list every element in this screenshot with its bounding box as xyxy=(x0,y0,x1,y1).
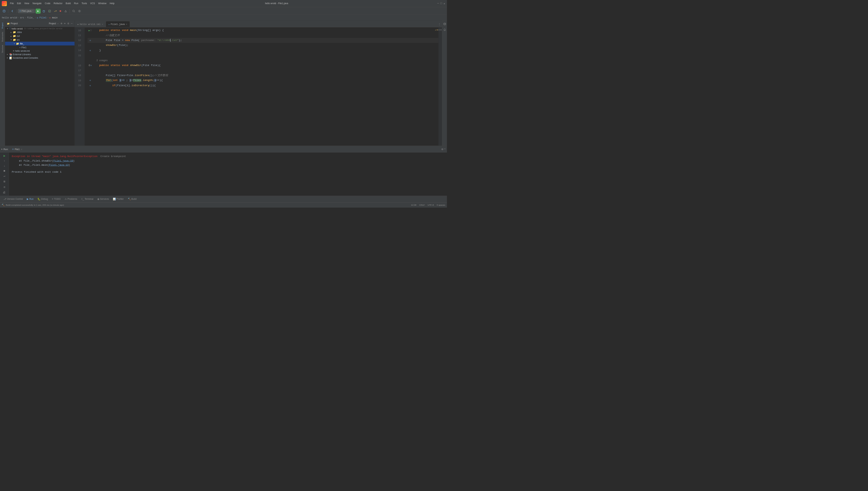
menu-vcs[interactable]: VCS xyxy=(89,2,96,5)
footer-tab-problems[interactable]: ⚠ Problems xyxy=(63,197,79,201)
menu-tools[interactable]: Tools xyxy=(80,2,89,5)
coverage-button[interactable] xyxy=(47,9,52,13)
code-editor[interactable]: 10 11 12 13 14 15 · 16 17 18 19 20 ▶ ⬡ xyxy=(75,27,442,146)
footer-tab-profiler[interactable]: 📊 Profiler xyxy=(112,197,125,201)
project-settings-button[interactable]: ⚙ xyxy=(67,22,69,26)
breadcrumb-file_[interactable]: file_ xyxy=(27,16,34,19)
tree-item-file1[interactable]: ☕ File1 xyxy=(5,46,74,49)
run-tab-close[interactable]: ✕ xyxy=(21,148,22,151)
menu-code[interactable]: Code xyxy=(43,2,52,5)
tab-file1-close[interactable]: ✕ xyxy=(126,23,127,26)
run-clear-button[interactable]: ⊘ xyxy=(3,185,6,189)
vcs-update-button[interactable] xyxy=(1,9,7,13)
arrow-hello-wrold: ▼ xyxy=(7,28,9,30)
run-minimize-button[interactable]: ─ xyxy=(444,147,445,151)
run-trash-button[interactable]: 🗑 xyxy=(2,195,6,196)
tree-item-ext-libs[interactable]: ▶ 📚 External Libraries xyxy=(5,52,74,56)
footer-tab-terminal[interactable]: >_ Terminal xyxy=(80,197,95,201)
run-restart-button[interactable]: ▶ xyxy=(3,154,6,158)
database-sidebar-button[interactable] xyxy=(442,22,447,27)
project-tree: ▼ □ hello wrold D:\idea_java_project\hel… xyxy=(5,27,74,146)
menu-file[interactable]: File xyxy=(9,2,15,5)
run-button[interactable]: ▶ xyxy=(35,8,40,13)
footer-tab-debug[interactable]: 🐛 Debug xyxy=(36,197,49,201)
tree-item-hello-wrold[interactable]: ▼ □ hello wrold D:\idea_java_project\hel… xyxy=(5,27,74,30)
file1-java-19-link[interactable]: File1.java:19 xyxy=(54,159,73,162)
menu-view[interactable]: View xyxy=(23,2,31,5)
create-breakpoint-link[interactable]: Create breakpoint xyxy=(100,155,126,158)
notifications-sidebar-button[interactable] xyxy=(442,27,447,32)
breadcrumb-project[interactable]: hello wrold xyxy=(2,16,17,19)
project-minimize-button[interactable]: ─ xyxy=(71,22,73,25)
minimize-button[interactable]: ─ xyxy=(437,2,439,5)
project-add-button[interactable]: ⊕ xyxy=(60,22,63,26)
run-print-button[interactable]: 🖨 xyxy=(2,190,6,195)
warning-count: ⚠ 5 ∧ ∨ xyxy=(435,28,442,31)
tree-item-iml[interactable]: ◈ hello wrold.iml xyxy=(5,49,74,52)
debug-label: Debug xyxy=(41,198,48,201)
run-tab-file1[interactable]: ◎ File1 ✕ xyxy=(10,146,25,152)
run-scroll-down-button[interactable]: ↓ xyxy=(3,164,6,168)
close-button[interactable]: ✕ xyxy=(443,2,445,5)
arrow-ext-libs: ▶ xyxy=(7,53,9,55)
run-pin-button[interactable]: ⊞ xyxy=(3,179,6,184)
tree-item-file_[interactable]: ▼ 📁 file_ xyxy=(5,42,74,46)
breadcrumb-file1[interactable]: ◎ File1 xyxy=(37,16,47,19)
main-layout: Project Bookmarks Structure 📁 Project Pr… xyxy=(0,21,447,146)
maximize-button[interactable]: □ xyxy=(440,2,442,5)
tab-iml[interactable]: ◈ hello wrold.iml ✕ xyxy=(75,21,106,27)
debug-button[interactable] xyxy=(41,9,46,13)
window-controls[interactable]: ─ □ ✕ xyxy=(437,2,445,5)
menu-refactor[interactable]: Refactor xyxy=(52,2,64,5)
tab-iml-close[interactable]: ✕ xyxy=(102,23,103,26)
code-content[interactable]: ▶ ⬡ public static void main(String[] arg… xyxy=(85,27,439,146)
menu-build[interactable]: Build xyxy=(64,2,72,5)
status-crlf[interactable]: CRLF xyxy=(419,204,425,206)
breadcrumb-src[interactable]: src xyxy=(20,16,24,19)
run-scroll-up-button[interactable]: ↑ xyxy=(3,159,6,163)
run-settings-button[interactable]: ⚙ xyxy=(441,147,443,151)
navigate-back-button[interactable] xyxy=(10,9,15,13)
file1-java-13-link[interactable]: File1.java:13 xyxy=(49,164,68,166)
folder-icon-idea: 📁 xyxy=(13,31,16,34)
sidebar-tab-structure[interactable]: Structure xyxy=(1,43,4,54)
sidebar-tab-bookmarks[interactable]: Bookmarks xyxy=(1,31,4,43)
breadcrumb-main[interactable]: m main xyxy=(49,16,58,19)
tree-item-src[interactable]: ▼ 📁 src xyxy=(5,38,74,42)
menu-help[interactable]: Help xyxy=(108,2,116,5)
menu-navigate[interactable]: Navigate xyxy=(31,2,43,5)
menu-window[interactable]: Window xyxy=(97,2,108,5)
run-panel-controls: ⚙ ─ xyxy=(441,147,445,151)
run-stop-button[interactable]: ■ xyxy=(3,169,6,173)
build-button[interactable] xyxy=(63,9,68,13)
output-line-2: at file_.File1.showDir(File1.java:19) xyxy=(12,158,444,163)
footer-tab-services[interactable]: ◉ Services xyxy=(96,197,110,201)
tab-overflow-button[interactable]: ⋮ xyxy=(437,21,442,27)
project-dropdown[interactable]: Project ▾ xyxy=(48,22,59,25)
run-wrap-button[interactable]: ↩ xyxy=(3,174,6,179)
stop-button[interactable]: ■ xyxy=(58,9,62,13)
tree-item-scratches[interactable]: ▶ 📝 Scratches and Consoles xyxy=(5,56,74,60)
svg-point-7 xyxy=(79,10,80,11)
footer-tab-build[interactable]: 🔨 Build xyxy=(126,197,138,201)
menu-run[interactable]: Run xyxy=(73,2,80,5)
footer-tab-version-control[interactable]: ⎇ Version Control xyxy=(2,197,24,201)
services-label: Services xyxy=(100,198,109,201)
footer-tab-todo[interactable]: ≡ TODO xyxy=(50,197,62,201)
code-line-11: //创建文件 xyxy=(88,33,439,38)
tree-item-idea[interactable]: ▶ 📁 .idea xyxy=(5,31,74,34)
status-position[interactable]: 12:38 xyxy=(411,204,416,206)
status-indent[interactable]: 4 spaces xyxy=(437,204,445,206)
project-collapse-button[interactable]: ≡ xyxy=(64,22,66,25)
footer-tab-run[interactable]: ▶ Run xyxy=(25,197,35,201)
menu-edit[interactable]: Edit xyxy=(16,2,23,5)
sidebar-tab-project[interactable]: Project xyxy=(1,21,4,30)
tab-file1[interactable]: ☕ File1.java ✕ xyxy=(106,21,130,27)
status-encoding[interactable]: UTF-8 xyxy=(428,204,434,206)
settings-button[interactable] xyxy=(77,9,82,13)
run-config-selector[interactable]: ◎ File1.java ▾ xyxy=(18,9,35,13)
tree-item-out[interactable]: ▶ 📁 out xyxy=(5,34,74,38)
profile-button[interactable] xyxy=(53,9,58,13)
menu-bar[interactable]: File Edit View Navigate Code Refactor Bu… xyxy=(9,2,116,5)
search-everywhere-button[interactable] xyxy=(71,9,76,13)
